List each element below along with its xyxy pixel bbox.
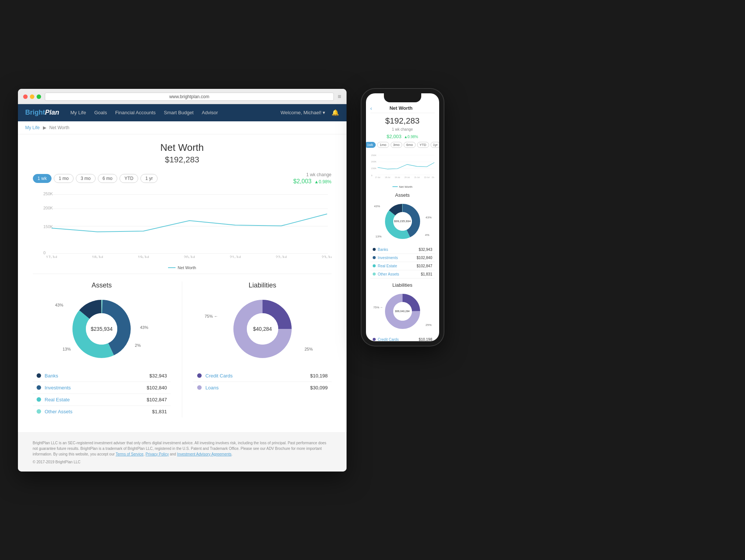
week-change-value: $2,003 — [293, 178, 311, 184]
nav-goals[interactable]: Goals — [94, 110, 107, 115]
chart-legend-line — [168, 267, 176, 268]
phone-filter-6mo[interactable]: 6mo — [404, 142, 416, 148]
nav-welcome[interactable]: Welcome, Michael! ▾ — [280, 110, 325, 115]
svg-text:23-Jul: 23-Jul — [431, 176, 434, 178]
phone-investments-dot — [373, 256, 376, 259]
bell-icon[interactable]: 🔔 — [332, 109, 339, 116]
outer-wrapper: www.brightplan.com ≡ BrightPlan My Life … — [18, 89, 727, 472]
investments-dot — [37, 385, 41, 390]
loans-name[interactable]: Loans — [205, 385, 310, 391]
phone-filter-1yr[interactable]: 1yr — [431, 142, 439, 148]
browser-dots — [23, 94, 41, 99]
filter-6mo[interactable]: 6 mo — [98, 174, 118, 183]
liabilities-title: Liabilities — [193, 281, 332, 289]
breadcrumb: My Life ▶ Net Worth — [18, 121, 347, 134]
otherassets-value: $1,831 — [152, 409, 167, 414]
phone-chart: 250K 200K 150K 0 17-Jul 18-Jul 19-Jul — [370, 151, 435, 182]
svg-text:21-Jul: 21-Jul — [414, 176, 419, 178]
phone-cc-name[interactable]: Credit Cards — [378, 337, 419, 341]
banks-name[interactable]: Banks — [45, 373, 150, 379]
nav-smart-budget[interactable]: Smart Budget — [164, 110, 194, 115]
close-dot[interactable] — [23, 94, 28, 99]
phone-realestate-value: $102,847 — [417, 264, 432, 268]
phone-otherassets-name[interactable]: Other Assets — [378, 272, 421, 276]
svg-point-22 — [247, 313, 278, 345]
otherassets-name[interactable]: Other Assets — [45, 409, 152, 414]
phone-assets-title: Assets — [370, 192, 435, 198]
url-bar[interactable]: www.brightplan.com — [45, 93, 334, 101]
nav-advisor[interactable]: Advisor — [202, 110, 218, 115]
phone-week-change-label: 1 wk change — [392, 127, 413, 131]
svg-text:0: 0 — [43, 251, 46, 255]
svg-text:200K: 200K — [371, 160, 376, 163]
phone-line-chart: 250K 200K 150K 0 17-Jul 18-Jul 19-Jul — [370, 151, 435, 181]
page-title: Net Worth — [33, 142, 332, 153]
browser-window: www.brightplan.com ≡ BrightPlan My Life … — [18, 89, 347, 472]
phone-wrapper: ‹ Net Worth $192,283 1 wk change $2,003 … — [361, 89, 444, 346]
phone-assets-donut-wrapper: 43% 43% 13% 4% $99,235,934 — [370, 201, 435, 242]
filter-ytd[interactable]: YTD — [119, 174, 138, 183]
svg-text:250K: 250K — [371, 153, 376, 156]
nav-bar: BrightPlan My Life Goals Financial Accou… — [18, 104, 347, 121]
week-change: 1 wk change $2,003 ▲0.98% — [293, 172, 331, 185]
phone-investments-item: Investments $102,840 — [370, 254, 435, 262]
filter-1wk[interactable]: 1 wk — [33, 174, 52, 183]
phone-banks-item: Banks $32,943 — [370, 246, 435, 254]
realestate-value: $102,847 — [147, 397, 167, 402]
phone-investments-value: $102,840 — [417, 256, 432, 260]
cc-name[interactable]: Credit Cards — [205, 373, 310, 379]
otherassets-dot — [37, 409, 41, 414]
phone-page-title: Net Worth — [375, 105, 427, 111]
filter-1yr[interactable]: 1 yr — [140, 174, 158, 183]
line-chart: 250K 200K 150K 0 — [33, 191, 332, 258]
phone-otherassets-item: Other Assets $1,831 — [370, 270, 435, 279]
liabilities-donut-wrapper: 75% ← 25% $40,284 — [193, 295, 332, 363]
phone-banks-name[interactable]: Banks — [378, 248, 419, 252]
fullscreen-dot[interactable] — [37, 94, 41, 99]
nav-financial-accounts[interactable]: Financial Accounts — [115, 110, 155, 115]
privacy-link[interactable]: Privacy Policy — [146, 452, 169, 456]
phone-investments-name[interactable]: Investments — [378, 256, 417, 260]
main-content: Net Worth $192,283 1 wk 1 mo 3 mo 6 mo Y… — [18, 134, 347, 432]
phone-change-pct: ▲0.98% — [404, 135, 418, 139]
phone-filter-1mo[interactable]: 1mo — [377, 142, 389, 148]
phone-filter-3mo[interactable]: 3mo — [391, 142, 403, 148]
filter-1mo[interactable]: 1 mo — [54, 174, 74, 183]
net-worth-header: Net Worth $192,283 — [33, 142, 332, 165]
week-change-label: 1 wk change — [293, 172, 331, 177]
assets-pct-43-right: 43% — [140, 325, 148, 330]
logo-part2: Plan — [45, 109, 59, 116]
phone-realestate-name[interactable]: Real Estate — [378, 264, 417, 268]
menu-icon[interactable]: ≡ — [338, 93, 341, 100]
phone-chart-legend: Net Worth — [370, 185, 435, 189]
phone-assets-pct-43r: 43% — [425, 216, 431, 219]
liabilities-legend-cc: Credit Cards $10,198 — [193, 370, 332, 382]
phone-filter-ytd[interactable]: YTD — [417, 142, 429, 148]
svg-text:150K: 150K — [371, 167, 376, 169]
logo: BrightPlan — [25, 109, 59, 116]
phone-liabilities-title: Liabilities — [370, 282, 435, 288]
realestate-name[interactable]: Real Estate — [45, 397, 147, 402]
phone-filter-1wk[interactable]: 1wk — [366, 142, 376, 148]
phone-back-button[interactable]: ‹ — [370, 105, 372, 111]
section-divider — [33, 274, 332, 274]
minimize-dot[interactable] — [30, 94, 34, 99]
phone-liabilities-center: $99,040,284 — [395, 310, 410, 312]
investments-name[interactable]: Investments — [45, 385, 147, 391]
advisory-link[interactable]: Investment Advisory Agreements — [177, 452, 232, 456]
cc-value: $10,198 — [310, 373, 328, 379]
phone-banks-value: $32,943 — [419, 248, 432, 252]
breadcrumb-current: Net Worth — [49, 125, 69, 130]
assets-legend-otherassets: Other Assets $1,831 — [33, 406, 171, 417]
nav-my-life[interactable]: My Life — [71, 110, 86, 115]
nav-items: My Life Goals Financial Accounts Smart B… — [71, 110, 281, 115]
breadcrumb-parent[interactable]: My Life — [25, 125, 40, 130]
filter-3mo[interactable]: 3 mo — [76, 174, 96, 183]
assets-pct-43-left: 43% — [55, 303, 63, 307]
liabilities-pct-25: 25% — [304, 347, 313, 351]
time-filters: 1 wk 1 mo 3 mo 6 mo YTD 1 yr — [33, 174, 158, 183]
liabilities-section: Liabilities 75% ← 25% $40,284 — [182, 281, 332, 417]
svg-text:18-Jul: 18-Jul — [92, 255, 103, 258]
terms-link[interactable]: Terms of Service — [116, 452, 143, 456]
assets-legend-list: Banks $32,943 Investments $102,840 Real … — [33, 370, 171, 417]
